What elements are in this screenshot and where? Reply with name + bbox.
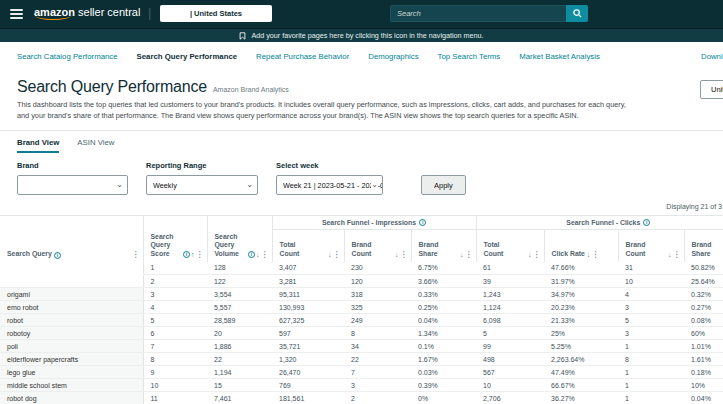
value-cell: 498 [476, 353, 544, 366]
value-cell: 1.01% [684, 340, 723, 353]
hamburger-menu-icon[interactable] [10, 9, 23, 21]
region-button[interactable]: United States [700, 80, 723, 99]
query-cell: robot [0, 314, 143, 327]
value-cell: 2,706 [476, 392, 544, 404]
seller-central-page: { "topbar": { "logo_bold": "amazon", "lo… [0, 0, 723, 404]
tab-brand-view[interactable]: Brand View [17, 138, 59, 153]
column-header-impressions-brand-count[interactable]: Brand Count [344, 230, 411, 262]
value-cell: 2 [344, 392, 411, 404]
kebab-menu-icon[interactable] [196, 250, 204, 259]
kebab-menu-icon[interactable] [533, 250, 541, 259]
column-header-search-query-volume[interactable]: Search Query Volume [207, 230, 272, 262]
nav-repeat-purchase-behavior[interactable]: Repeat Purchase Behavior [256, 52, 349, 61]
table-row: lego glue91,19426,47070.03%56747.49%10.1… [0, 366, 723, 379]
table-row: 11283,4072306.75%6147.66%3150.82% [0, 262, 723, 275]
apply-button[interactable]: Apply [421, 175, 466, 195]
tab-asin-view[interactable]: ASIN View [77, 138, 114, 153]
brand-select[interactable]: ⌄ [17, 175, 128, 195]
sort-desc-icon[interactable] [528, 251, 532, 258]
query-cell: emo robot [0, 301, 143, 314]
table-body: 11283,4072306.75%6147.66%3150.82%21223,2… [0, 262, 723, 404]
sort-desc-icon[interactable] [668, 251, 672, 258]
value-cell: 25.64% [684, 275, 723, 288]
nav-search-query-performance[interactable]: Search Query Performance [137, 52, 238, 61]
nav-top-search-terms[interactable]: Top Search Terms [438, 52, 501, 61]
kebab-menu-icon[interactable] [261, 250, 269, 259]
column-header-clicks-total-count[interactable]: Total Count [476, 230, 544, 262]
marketplace-switcher[interactable]: | United States [160, 5, 272, 22]
info-icon[interactable] [54, 252, 61, 259]
kebab-menu-icon[interactable] [591, 250, 599, 259]
column-header-click-rate[interactable]: Click Rate [544, 230, 618, 262]
sort-desc-icon[interactable] [587, 251, 591, 258]
value-cell: 3 [618, 301, 684, 314]
value-cell: 66.67% [544, 379, 618, 392]
table-row: elderflower papercrafts8221,320221.67%49… [0, 353, 723, 366]
nav-market-basket-analysis[interactable]: Market Basket Analysis [519, 52, 600, 61]
column-header-clicks-brand-share[interactable]: Brand Share [684, 230, 723, 262]
value-cell: 0.33% [411, 288, 476, 301]
query-cell: elderflower papercrafts [0, 353, 143, 366]
search-button[interactable] [566, 5, 588, 22]
value-cell: 20.23% [544, 301, 618, 314]
value-cell: 5 [476, 327, 544, 340]
reporting-range-select[interactable]: Weekly⌄ [146, 175, 258, 195]
info-icon[interactable] [643, 219, 650, 226]
query-cell: poli [0, 340, 143, 353]
table-row: middle school stem101576930.39%1066.67%1… [0, 379, 723, 392]
filter-bar: Brand ⌄ Reporting Range Weekly⌄ Select w… [0, 161, 723, 195]
favorites-bar-text: Add your favorite pages here by clicking… [251, 31, 483, 40]
value-cell: 6 [143, 327, 207, 340]
column-header-search-query-score[interactable]: Search Query Score [143, 230, 207, 262]
column-header-clicks-brand-count[interactable]: Brand Count [618, 230, 684, 262]
kebab-menu-icon[interactable] [400, 250, 408, 259]
value-cell: 318 [344, 288, 411, 301]
value-cell: 8 [143, 353, 207, 366]
nav-search-catalog-performance[interactable]: Search Catalog Performance [17, 52, 118, 61]
search-input[interactable] [390, 5, 566, 22]
value-cell: 10 [476, 379, 544, 392]
query-cell: lego glue [0, 366, 143, 379]
column-header-impressions-total-count[interactable]: Total Count [272, 230, 344, 262]
kebab-menu-icon[interactable] [673, 250, 681, 259]
value-cell: 47.49% [544, 366, 618, 379]
value-cell: 1 [618, 340, 684, 353]
global-search [390, 5, 588, 22]
sort-desc-icon[interactable] [328, 251, 332, 258]
select-week-label: Select week [276, 161, 383, 170]
sort-asc-icon[interactable] [191, 251, 195, 258]
column-header-row: Search Query Search Query Score Search Q… [0, 230, 723, 262]
value-cell: 3.66% [411, 275, 476, 288]
value-cell: 230 [344, 262, 411, 275]
select-week-select[interactable]: Week 21 | 2023-05-21 - 2023-05-27⌄ [276, 175, 383, 195]
table-row: emo robot45,557130,9933250.25%1,12420.23… [0, 301, 723, 314]
info-icon[interactable] [183, 251, 190, 258]
table-row: 21223,2811203.66%3931.97%1025.64% [0, 275, 723, 288]
chevron-down-icon: ⌄ [116, 180, 123, 189]
value-cell: 3,554 [207, 288, 272, 301]
sort-desc-icon[interactable] [460, 251, 464, 258]
value-cell: 567 [476, 366, 544, 379]
value-cell: 122 [207, 275, 272, 288]
table-row: robot528,589627,3252490.04%6,09821.33%50… [0, 314, 723, 327]
nav-demographics[interactable]: Demographics [368, 52, 418, 61]
table-row: robot dog117,461181,56120%2,70636.27%10.… [0, 392, 723, 404]
seller-central-logo[interactable]: amazon seller central [34, 6, 140, 18]
value-cell: 1.61% [684, 353, 723, 366]
kebab-menu-icon[interactable] [333, 250, 341, 259]
kebab-menu-icon[interactable] [132, 250, 140, 259]
value-cell: 0.39% [411, 379, 476, 392]
value-cell: 5,557 [207, 301, 272, 314]
group-header-row: Search Funnel - Impressions Search Funne… [0, 216, 723, 230]
column-header-impressions-brand-share[interactable]: Brand Share [411, 230, 476, 262]
kebab-menu-icon[interactable] [465, 250, 473, 259]
info-icon[interactable] [419, 219, 426, 226]
query-performance-table: Search Funnel - Impressions Search Funne… [0, 215, 723, 404]
nav-downloads[interactable]: Downloads [701, 52, 723, 61]
info-icon[interactable] [248, 251, 255, 258]
sort-desc-icon[interactable] [256, 251, 260, 258]
sort-desc-icon[interactable] [395, 251, 399, 258]
value-cell: 325 [344, 301, 411, 314]
column-header-search-query[interactable]: Search Query [0, 230, 143, 262]
value-cell: 2,263.64% [544, 353, 618, 366]
